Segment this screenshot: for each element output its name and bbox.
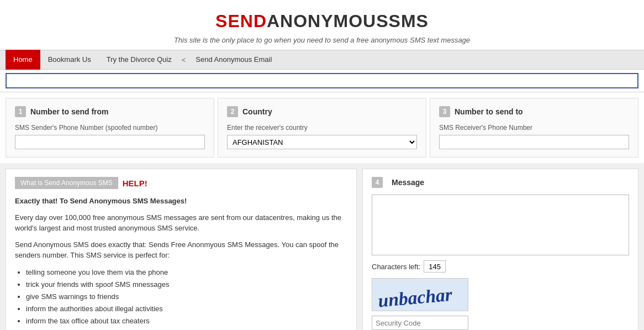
step2-title: Country <box>242 107 272 116</box>
left-para2: Every day over 100,000 free anonymous SM… <box>15 212 347 234</box>
step2-header: 2 Country <box>227 106 417 117</box>
nav-item-home[interactable]: Home <box>6 50 40 70</box>
step1-header: 1 Number to send from <box>15 106 205 117</box>
left-para3: Send Anonymous SMS does exactly that: Se… <box>15 239 347 261</box>
nav-item-divorce-quiz[interactable]: Try the Divorce Quiz <box>99 50 180 70</box>
page-wrapper: SENDANONYMOUSSMS This site is the only p… <box>0 0 644 330</box>
title-red: SEND <box>215 11 267 31</box>
steps-row: 1 Number to send from SMS Sender's Phone… <box>0 92 644 163</box>
header: SENDANONYMOUSSMS This site is the only p… <box>0 0 644 50</box>
step3-title: Number to send to <box>455 107 523 116</box>
search-input[interactable] <box>6 73 638 88</box>
step1-number: 1 <box>15 106 26 117</box>
step1-title: Number to send from <box>30 107 109 116</box>
header-subtitle: This site is the only place to go when y… <box>11 36 633 44</box>
help-label: HELP! <box>123 179 147 188</box>
step2-number: 2 <box>227 106 238 117</box>
main-content: What is Send Anonymous SMS HELP! Exactly… <box>0 163 644 330</box>
list-item: when your own SMS service is low on cred… <box>26 327 347 330</box>
chars-left-input[interactable] <box>424 260 446 273</box>
step1-label: SMS Sender's Phone Number (spoofed numbe… <box>15 124 205 132</box>
list-item: trick your friends with spoof SMS mnessa… <box>26 279 347 291</box>
captcha-image: unbachar <box>372 278 468 311</box>
site-title: SENDANONYMOUSSMS <box>11 11 633 32</box>
security-code-input[interactable] <box>372 316 468 330</box>
left-para1: Exactly that! To Send Anonymous SMS Mess… <box>15 196 347 207</box>
left-panel: What is Send Anonymous SMS HELP! Exactly… <box>6 169 357 330</box>
sender-phone-input[interactable] <box>15 135 205 149</box>
nav-item-anonymous-email[interactable]: Send Anonymous Email <box>188 50 279 70</box>
nav-bar: Home Bookmark Us Try the Divorce Quiz < … <box>0 50 644 70</box>
list-item: inform the authorities about illegal act… <box>26 303 347 315</box>
step3-label: SMS Receiver's Phone Number <box>439 124 629 132</box>
left-panel-title-bar: What is Send Anonymous SMS HELP! <box>15 177 347 189</box>
right-panel-header: 4 Message <box>372 177 629 188</box>
receiver-phone-input[interactable] <box>439 135 629 149</box>
message-textarea[interactable] <box>372 195 629 255</box>
nav-separator: < <box>180 51 188 69</box>
step2-section: 2 Country Enter the receiver's country A… <box>218 98 426 158</box>
step4-title: Message <box>392 178 424 187</box>
list-item: telling someone you love them via the ph… <box>26 266 347 279</box>
chars-left-row: Characters left: <box>372 260 629 273</box>
step3-number: 3 <box>439 106 450 117</box>
captcha-svg: unbachar <box>372 278 468 311</box>
step4-number: 4 <box>372 177 383 188</box>
benefits-list: telling someone you love them via the ph… <box>26 266 347 331</box>
step3-header: 3 Number to send to <box>439 106 629 117</box>
right-panel: 4 Message Characters left: unbachar <box>362 169 638 330</box>
step3-section: 3 Number to send to SMS Receiver's Phone… <box>430 98 638 158</box>
search-bar-area <box>0 70 644 92</box>
chars-left-label: Characters left: <box>372 263 420 271</box>
country-select[interactable]: AFGHANISTAN ALBANIA ALGERIA ANGOLA ARGEN… <box>227 135 417 149</box>
title-black: ANONYMOUSSMS <box>267 11 429 31</box>
nav-item-bookmark[interactable]: Bookmark Us <box>40 50 99 70</box>
step1-section: 1 Number to send from SMS Sender's Phone… <box>6 98 214 158</box>
list-item: give SMS warnings to friends <box>26 291 347 303</box>
list-item: inform the tax office about tax cheaters <box>26 315 347 327</box>
step2-label: Enter the receiver's country <box>227 124 417 132</box>
what-is-button[interactable]: What is Send Anonymous SMS <box>15 177 118 189</box>
